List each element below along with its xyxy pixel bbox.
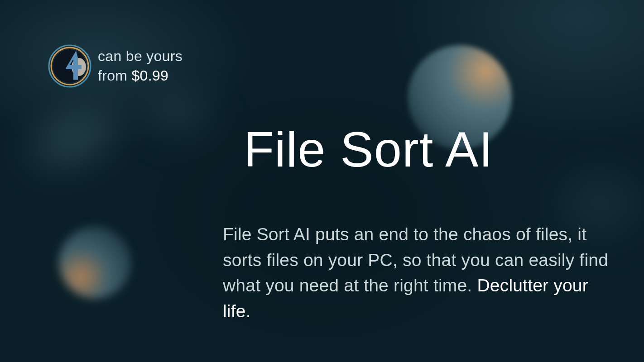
price-line-2: from $0.99 (98, 66, 183, 86)
price-text: can be yours from $0.99 (98, 47, 183, 86)
price-line-1: can be yours (98, 47, 183, 66)
page-title: File Sort AI (244, 120, 493, 178)
bokeh-orb (59, 226, 131, 299)
bokeh-blur (136, 81, 226, 149)
price-badge: can be yours from $0.99 (48, 44, 183, 88)
description: File Sort AI puts an end to the chaos of… (223, 222, 615, 324)
logo-icon (48, 44, 91, 88)
